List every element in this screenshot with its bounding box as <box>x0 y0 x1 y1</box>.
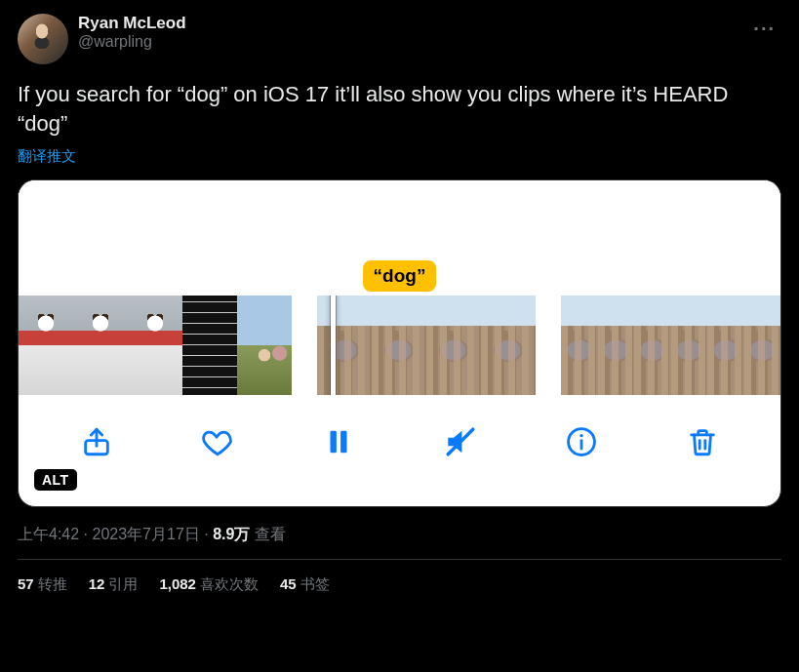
avatar[interactable] <box>18 14 68 64</box>
mute-button[interactable] <box>441 422 480 461</box>
timeline-frame <box>426 296 481 395</box>
bookmarks-count: 45 <box>280 575 297 592</box>
likes-label: 喜欢次数 <box>200 575 259 592</box>
playhead[interactable] <box>331 296 336 395</box>
likes-stat[interactable]: 1,082喜欢次数 <box>159 575 259 594</box>
bookmarks-stat[interactable]: 45书签 <box>280 575 330 594</box>
quotes-label: 引用 <box>108 575 138 592</box>
video-timeline[interactable] <box>19 296 780 395</box>
timeline-frame <box>237 296 292 395</box>
timeline-frame <box>634 296 671 395</box>
tweet-container: Ryan McLeod @warpling ··· If you search … <box>0 0 799 610</box>
pause-icon <box>322 425 355 458</box>
timeline-frame <box>481 296 536 395</box>
translate-link[interactable]: 翻译推文 <box>18 147 76 166</box>
quotes-count: 12 <box>89 575 105 592</box>
search-term-badge: “dog” <box>363 260 437 292</box>
meta-sep: · <box>200 526 213 542</box>
pause-button[interactable] <box>319 422 358 461</box>
timeline-frame <box>73 296 128 395</box>
info-icon <box>565 425 598 458</box>
tweet-text: If you search for “dog” on iOS 17 it’ll … <box>18 80 781 138</box>
retweets-count: 57 <box>18 575 34 592</box>
bookmarks-label: 书签 <box>300 575 330 592</box>
tweet-meta: 上午4:42 · 2023年7月17日 · 8.9万 查看 <box>18 525 781 560</box>
timeline-frame <box>317 296 372 395</box>
timeline-frame <box>19 296 73 395</box>
author-display-name: Ryan McLeod <box>78 14 747 33</box>
quotes-stat[interactable]: 12引用 <box>89 575 139 594</box>
author-handle: @warpling <box>78 33 747 51</box>
trash-icon <box>686 425 719 458</box>
like-button[interactable] <box>198 422 237 461</box>
info-button[interactable] <box>562 422 601 461</box>
share-button[interactable] <box>77 422 116 461</box>
tweet-time[interactable]: 上午4:42 <box>18 526 79 542</box>
retweets-stat[interactable]: 57转推 <box>18 575 67 594</box>
timeline-frame <box>671 296 708 395</box>
timeline-frame <box>561 296 598 395</box>
retweets-label: 转推 <box>38 575 67 592</box>
svg-rect-2 <box>341 431 347 454</box>
timeline-frame <box>598 296 635 395</box>
views-label: 查看 <box>250 526 285 542</box>
clip-group-3[interactable] <box>561 296 780 395</box>
clip-group-2[interactable] <box>317 296 536 395</box>
media-card[interactable]: “dog” <box>18 179 781 507</box>
timeline-frame <box>182 296 237 395</box>
media-top: “dog” <box>19 180 780 296</box>
likes-count: 1,082 <box>159 575 196 592</box>
meta-sep: · <box>79 526 92 542</box>
views-count: 8.9万 <box>213 526 250 542</box>
svg-point-6 <box>579 434 582 437</box>
tweet-date[interactable]: 2023年7月17日 <box>92 526 199 542</box>
clip-group-1[interactable] <box>19 296 292 395</box>
mute-icon <box>444 425 477 458</box>
delete-button[interactable] <box>683 422 722 461</box>
timeline-frame <box>128 296 182 395</box>
share-icon <box>80 425 113 458</box>
media-controls <box>19 395 780 489</box>
timeline-frame <box>744 296 781 395</box>
more-button[interactable]: ··· <box>747 14 781 44</box>
tweet-stats: 57转推 12引用 1,082喜欢次数 45书签 <box>18 560 781 610</box>
alt-badge[interactable]: ALT <box>34 469 77 491</box>
timeline-frame <box>372 296 426 395</box>
author-name-block[interactable]: Ryan McLeod @warpling <box>78 14 747 51</box>
svg-rect-1 <box>331 431 337 454</box>
tweet-header: Ryan McLeod @warpling ··· <box>18 14 781 64</box>
timeline-frame <box>707 296 744 395</box>
heart-icon <box>201 425 234 458</box>
